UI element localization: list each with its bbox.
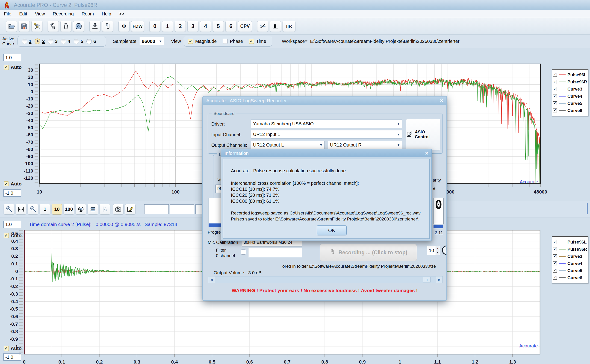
delete-button[interactable]	[60, 21, 72, 32]
legend-checkbox[interactable]: ✓	[553, 109, 557, 112]
menu-item-view[interactable]: View	[31, 10, 49, 18]
view-checkbox-magnitude[interactable]: ✓	[188, 39, 193, 44]
menu-item-recording[interactable]: Recording	[49, 10, 78, 18]
active-curve-radio-3[interactable]	[48, 39, 53, 44]
curve-tree-button[interactable]	[31, 21, 42, 32]
menu-item-file[interactable]: File	[0, 10, 15, 18]
svg-text:30: 30	[28, 67, 33, 72]
fit-width-button[interactable]	[16, 204, 26, 214]
input-channel-select[interactable]: UR12 Input 1▼	[251, 130, 402, 138]
legend-checkbox[interactable]: ✓	[553, 247, 557, 251]
scatter-button[interactable]	[99, 204, 110, 214]
bottom-chart-max-field[interactable]: 1.0	[3, 221, 21, 228]
snapshot-button[interactable]	[113, 204, 124, 214]
curve-1-button[interactable]: 1	[162, 21, 173, 32]
chevron-down-icon: ▼	[397, 132, 400, 136]
legend-line-sample	[559, 256, 566, 257]
legend-checkbox[interactable]: ✓	[553, 269, 557, 273]
spinner-up-icon[interactable]: ▲	[436, 246, 440, 250]
zoom-in-button[interactable]	[4, 204, 14, 214]
coordinate-field-1[interactable]	[144, 204, 169, 214]
dialog-title-bar[interactable]: Information ×	[221, 149, 432, 157]
top-chart-max-field[interactable]: 1.0	[3, 54, 21, 61]
scrollbar-thumb[interactable]: II	[423, 277, 431, 282]
recording-button[interactable]: Recording ... (Click to stop)	[320, 244, 417, 261]
repeat-spinner[interactable]: 10 ▲▼	[427, 246, 440, 255]
active-curve-radio-5[interactable]	[74, 39, 79, 44]
chevron-down-icon: ▼	[319, 143, 323, 147]
curve-6-button[interactable]: 6	[225, 21, 236, 32]
input-level-bar	[209, 223, 222, 227]
view-checkbox-phase[interactable]	[223, 39, 228, 44]
zoom-1-button[interactable]: 1	[40, 204, 50, 214]
zoom-100-button[interactable]: 100	[64, 204, 74, 214]
output-left-select[interactable]: UR12 Output L▼	[251, 141, 325, 149]
legend-checkbox[interactable]: ✓	[553, 240, 557, 244]
legend-checkbox[interactable]: ✓	[553, 101, 557, 105]
output-right-select[interactable]: UR12 Output R▼	[328, 141, 402, 149]
menu-item-help[interactable]: Help	[98, 10, 115, 18]
svg-text:0.8: 0.8	[321, 359, 328, 364]
legend-checkbox[interactable]: ✓	[553, 94, 557, 98]
active-curve-radio-6[interactable]	[86, 39, 92, 44]
phase-button[interactable]: Φ	[118, 21, 130, 32]
zoom-10-button[interactable]: 10	[52, 204, 62, 214]
target-button[interactable]	[76, 204, 86, 214]
coordinate-field-2[interactable]	[170, 204, 194, 214]
scroll-gripper[interactable]	[587, 203, 588, 214]
curve-4-button[interactable]: 4	[200, 21, 211, 32]
legend-checkbox[interactable]: ✓	[553, 87, 557, 91]
view-checkbox-time[interactable]: ✓	[249, 39, 254, 44]
zoom-out-button[interactable]	[28, 204, 38, 214]
close-icon[interactable]: ×	[440, 98, 443, 104]
driver-select[interactable]: Yamaha Steinberg USB ASIO▼	[251, 120, 402, 128]
volume-scrollbar[interactable]: ◀ II ▶	[208, 276, 443, 283]
legend-label: Curve5	[567, 268, 582, 273]
mic-align-button[interactable]	[89, 21, 100, 32]
active-curve-radio-1[interactable]	[22, 39, 27, 44]
save-button[interactable]	[19, 21, 30, 32]
view-checkbox-label: Magnitude	[195, 39, 217, 44]
spinner-down-icon[interactable]: ▼	[436, 250, 440, 255]
legend-checkbox[interactable]: ✓	[553, 276, 557, 280]
logsweep-recorder-button[interactable]	[102, 21, 113, 32]
curve-5-button[interactable]: 5	[213, 21, 224, 32]
pulse-tool-button[interactable]	[270, 21, 281, 32]
cpv-button[interactable]: CPV	[238, 21, 252, 32]
curve-0-button[interactable]: 0	[149, 21, 160, 32]
legend-checkbox[interactable]: ✓	[553, 80, 557, 84]
timer-label: 2:11	[434, 230, 443, 235]
close-icon[interactable]: ×	[425, 150, 428, 156]
active-curve-radio-4[interactable]	[61, 39, 66, 44]
legend-row-curve5: ✓Curve5	[553, 100, 588, 107]
asio-control-button[interactable]: ASIO Control	[406, 119, 440, 150]
undo-button[interactable]	[73, 21, 84, 32]
legend-checkbox[interactable]: ✓	[553, 254, 557, 258]
legend-label: Curve6	[567, 108, 582, 113]
legend-line-sample	[559, 82, 566, 82]
delete-curve-button[interactable]	[48, 21, 59, 32]
scroll-left-icon[interactable]: ◀	[208, 276, 215, 283]
edit-curve-button[interactable]	[125, 204, 136, 214]
scroll-right-icon[interactable]: ▶	[436, 276, 443, 283]
filter-checkbox[interactable]	[241, 249, 246, 254]
menu-item-edit[interactable]: Edit	[15, 10, 31, 18]
filter-field[interactable]	[248, 248, 302, 257]
layers-button[interactable]	[88, 204, 98, 214]
dialog-title-bar[interactable]: Acourate - ASIO LogSweep Recorder ×	[203, 97, 446, 105]
menu-item-room[interactable]: Room	[78, 10, 98, 18]
svg-text:-0.6: -0.6	[10, 314, 18, 319]
legend-checkbox[interactable]: ✓	[553, 261, 557, 265]
ok-button[interactable]: OK	[317, 225, 347, 235]
open-button[interactable]	[6, 21, 17, 32]
fdw-button[interactable]: FDW	[131, 21, 144, 32]
timer-button[interactable]	[441, 245, 447, 256]
legend-checkbox[interactable]: ✓	[553, 73, 557, 77]
samplerate-select[interactable]: 96000▼	[140, 37, 164, 46]
crossover-button[interactable]	[257, 21, 268, 32]
curve-3-button[interactable]: 3	[187, 21, 198, 32]
curve-2-button[interactable]: 2	[175, 21, 186, 32]
active-curve-radio-2[interactable]	[35, 39, 40, 44]
iir-button[interactable]: IIR	[282, 21, 295, 32]
menu-item-[interactable]: >>	[115, 10, 128, 18]
